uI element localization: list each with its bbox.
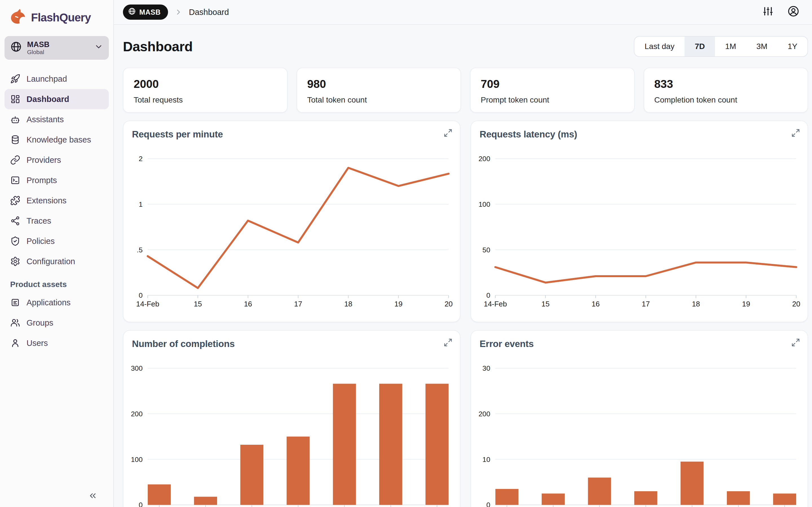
chart-card-number-of-completions: Number of completions 010020030014151617…	[123, 330, 460, 507]
sidebar-item-label: Configuration	[27, 257, 75, 266]
stat-label: Total requests	[134, 96, 277, 105]
sidebar-item-label: Dashboard	[27, 95, 69, 104]
chart-plot: 0102003014151617181920	[471, 331, 808, 507]
svg-text:0: 0	[139, 291, 143, 299]
svg-text:10: 10	[483, 455, 490, 463]
terminal-icon	[10, 175, 20, 185]
sidebar-nav: Launchpad Dashboard Assistants Knowledge…	[0, 69, 113, 272]
sidebar-item-assistants[interactable]: Assistants	[4, 109, 109, 129]
sidebar-item-providers[interactable]: Providers	[4, 150, 109, 170]
sidebar-item-knowledge-bases[interactable]: Knowledge bases	[4, 129, 109, 150]
sidebar-item-label: Applications	[27, 298, 70, 307]
sidebar-item-label: Providers	[27, 156, 61, 165]
network-icon	[10, 216, 20, 226]
sidebar-item-dashboard[interactable]: Dashboard	[4, 89, 109, 109]
sidebar-item-launchpad[interactable]: Launchpad	[4, 69, 109, 89]
svg-text:1: 1	[139, 200, 143, 208]
database-icon	[10, 135, 20, 145]
sidebar-item-groups[interactable]: Groups	[4, 313, 109, 333]
breadcrumb-org-pill[interactable]: MASB	[123, 4, 168, 20]
sidebar-item-policies[interactable]: Policies	[4, 231, 109, 251]
svg-text:30: 30	[483, 364, 490, 372]
time-range-option-1m[interactable]: 1M	[715, 37, 746, 56]
svg-text:16: 16	[244, 300, 252, 308]
stat-value: 980	[307, 78, 451, 91]
svg-text:16: 16	[592, 300, 600, 308]
account-button[interactable]	[787, 5, 800, 19]
main-content: Dashboard Last day7D1M3M1Y 2000 Total re…	[114, 25, 812, 507]
sidebar-item-label: Traces	[27, 216, 51, 226]
sidebar-item-label: Users	[27, 339, 48, 348]
sidebar-item-extensions[interactable]: Extensions	[4, 190, 109, 211]
svg-text:100: 100	[478, 200, 490, 208]
sliders-icon	[762, 6, 774, 19]
stat-label: Completion token count	[654, 96, 798, 105]
sidebar-item-configuration[interactable]: Configuration	[4, 251, 109, 272]
svg-text:0: 0	[486, 291, 490, 299]
sidebar-nav-product-assets: Applications Groups Users	[0, 292, 113, 353]
shield-check-icon	[10, 236, 20, 246]
sidebar-item-applications[interactable]: Applications	[4, 292, 109, 313]
stat-label: Total token count	[307, 96, 451, 105]
globe-icon	[10, 41, 22, 55]
chart-card-error-events: Error events 0102003014151617181920	[470, 330, 808, 507]
brand-name: FlashQuery	[31, 11, 91, 24]
svg-text:200: 200	[478, 410, 490, 418]
svg-text:18: 18	[344, 300, 352, 308]
rocket-icon	[10, 74, 20, 84]
svg-text:200: 200	[478, 155, 490, 163]
globe-icon	[128, 7, 136, 17]
chevron-down-icon	[94, 42, 103, 54]
topbar: MASB Dashboard	[114, 0, 812, 25]
svg-text:300: 300	[131, 364, 143, 372]
fox-logo-icon	[9, 7, 27, 27]
svg-text:17: 17	[642, 300, 650, 308]
document-icon	[10, 297, 20, 307]
svg-text:20: 20	[792, 300, 801, 308]
sidebar-item-label: Groups	[27, 318, 53, 328]
svg-text:15: 15	[541, 300, 550, 308]
puzzle-icon	[10, 195, 20, 206]
svg-text:19: 19	[742, 300, 750, 308]
sidebar-item-label: Assistants	[27, 115, 64, 124]
time-range-option-last-day[interactable]: Last day	[635, 37, 684, 56]
stat-card: 709 Prompt token count	[470, 68, 635, 113]
user-icon	[10, 338, 20, 348]
svg-text:.5: .5	[137, 246, 143, 254]
gear-icon	[10, 256, 20, 267]
page-head: Dashboard Last day7D1M3M1Y	[123, 36, 808, 57]
svg-text:14-Feb: 14-Feb	[136, 300, 159, 308]
sidebar-item-traces[interactable]: Traces	[4, 211, 109, 231]
groups-icon	[10, 318, 20, 328]
stat-card: 980 Total token count	[297, 68, 461, 113]
chart-plot: 05010020014-Feb151617181920	[471, 121, 808, 322]
svg-text:19: 19	[395, 300, 403, 308]
org-switcher[interactable]: MASB Global	[4, 36, 109, 60]
time-range-option-7d[interactable]: 7D	[684, 37, 715, 56]
stat-value: 833	[654, 78, 798, 91]
svg-text:100: 100	[131, 455, 143, 463]
svg-text:200: 200	[131, 410, 143, 418]
time-range-option-1y[interactable]: 1Y	[777, 37, 808, 56]
sidebar-item-users[interactable]: Users	[4, 333, 109, 353]
org-name: MASB	[27, 41, 89, 48]
account-icon	[787, 5, 800, 19]
stat-card: 2000 Total requests	[123, 68, 288, 113]
app-window: FlashQuery MASB Global Launchpad Dashboa…	[0, 0, 812, 507]
sidebar-item-label: Extensions	[27, 196, 66, 205]
stat-card: 833 Completion token count	[644, 68, 808, 113]
sidebar: FlashQuery MASB Global Launchpad Dashboa…	[0, 0, 114, 507]
sidebar-collapse-button[interactable]	[88, 491, 98, 503]
svg-text:18: 18	[692, 300, 700, 308]
sidebar-item-prompts[interactable]: Prompts	[4, 170, 109, 190]
dashboard-icon	[10, 94, 20, 104]
time-range-option-3m[interactable]: 3M	[746, 37, 777, 56]
bot-icon	[10, 114, 20, 124]
svg-text:20: 20	[445, 300, 453, 308]
svg-text:2: 2	[139, 155, 143, 163]
preferences-sliders-button[interactable]	[762, 6, 774, 19]
chart-card-requests-latency-ms-: Requests latency (ms) 05010020014-Feb151…	[470, 121, 808, 322]
sidebar-item-label: Knowledge bases	[27, 135, 91, 145]
brand-logo[interactable]: FlashQuery	[0, 0, 113, 33]
svg-text:15: 15	[194, 300, 202, 308]
